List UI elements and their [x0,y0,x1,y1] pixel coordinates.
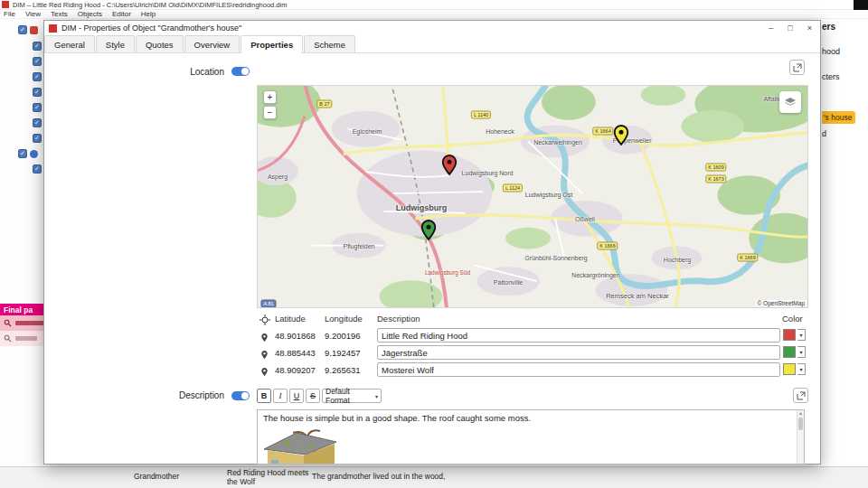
panel-text-fragment: ers [822,22,835,32]
description-input[interactable] [377,345,780,360]
dialog-maximize-button[interactable]: □ [788,23,792,33]
map-marker[interactable] [442,155,458,179]
panel-text-fragment: hood [822,47,840,56]
tree-item[interactable]: ✓ [18,25,38,34]
tab-properties[interactable]: Properties [241,35,303,53]
longitude-value: 9.192457 [325,348,361,358]
color-swatch[interactable] [783,363,796,375]
tree-item[interactable]: ✓ [33,57,42,66]
dialog-minimize-button[interactable]: – [769,23,773,33]
table-cell: The grandmother lived out in the wood, [312,473,445,482]
checkbox[interactable]: ✓ [33,42,42,51]
checkbox[interactable]: ✓ [33,164,42,174]
map-attribution: © OpenStreetMap [756,300,807,306]
tree-item[interactable]: ✓ [33,134,42,143]
checkbox[interactable]: ✓ [18,149,27,158]
dialog-title: DIM - Properties of Object "Grandmother'… [61,23,241,33]
chevron-down-icon: ▾ [375,393,378,399]
table-cell: Red Riding Hood meets the Wolf [227,469,310,486]
map-marker[interactable] [421,220,437,244]
house-illustration [260,426,340,465]
scroll-up-arrow[interactable]: ▲ [797,410,804,416]
latitude-value: 48.909207 [275,365,316,375]
tree-item[interactable]: ✓ [33,103,42,112]
zoom-in-button[interactable]: + [263,90,277,104]
map-zoom-control: + − [263,90,277,119]
table-cell: Grandmother [134,473,179,482]
tree-item[interactable]: ✓ [33,88,42,97]
checkbox[interactable]: ✓ [33,72,42,81]
red-square-icon [30,26,38,34]
selected-item-fragment[interactable]: 's house [822,111,855,124]
format-select-value: Default Format [326,387,373,405]
coordinate-row: 48.885443 9.192457 ▾ [44,344,822,361]
right-side-panel: ershoodcters's housed [821,20,868,466]
latitude-value: 48.885443 [275,348,316,358]
description-toggle[interactable] [231,391,250,400]
tree-item[interactable]: ✓ [18,149,38,158]
color-swatch[interactable] [783,346,796,358]
description-input[interactable] [377,328,780,343]
blue-circle-icon [30,150,38,158]
external-link-icon [797,391,806,400]
checkbox[interactable]: ✓ [33,118,42,127]
dialog-close-button[interactable]: × [807,23,812,33]
description-editor[interactable]: The house is simple but in a good shape.… [257,409,805,465]
map-marker[interactable] [614,125,629,149]
description-input[interactable] [377,362,780,377]
tab-overview[interactable]: Overview [184,35,241,52]
tree-item[interactable]: ✓ [33,118,42,127]
open-map-window-button[interactable] [789,60,805,75]
editor-scrollbar[interactable]: ▲ [797,410,804,464]
search-panel-title: Final pa [4,305,33,314]
bottom-table-row: GrandmotherRed Riding Hood meets the Wol… [0,466,868,488]
dialog-tabs: General Style Quotes Overview Properties… [44,35,820,53]
description-label: Description [152,390,224,400]
magnifier-icon [4,334,12,343]
format-select[interactable]: Default Format ▾ [322,389,382,403]
scrollbar-thumb[interactable] [798,418,803,430]
map-layers-button[interactable] [779,91,801,113]
latitude-value: 48.901868 [275,331,316,341]
chevron-down-icon[interactable]: ▾ [797,329,806,341]
chevron-down-icon[interactable]: ▾ [797,363,806,375]
longitude-value: 9.265631 [325,365,361,375]
description-header: Description [377,314,420,324]
tab-style[interactable]: Style [96,35,135,52]
magnifier-icon [4,319,12,327]
checkbox[interactable]: ✓ [33,57,42,66]
coordinate-row: 48.901868 9.200196 ▾ [44,327,822,344]
checkbox[interactable]: ✓ [18,25,27,34]
panel-text-fragment: cters [822,72,840,81]
tree-item[interactable]: ✓ [33,72,42,81]
bold-button[interactable]: B [257,389,271,403]
coordinate-row: 48.909207 9.265631 ▾ [44,361,822,379]
open-description-window-button[interactable] [793,388,808,403]
map-marker-layer [258,86,807,307]
tab-general[interactable]: General [44,35,95,52]
checkbox[interactable]: ✓ [33,88,42,97]
marker-icon [260,364,269,380]
underline-button[interactable]: U [289,389,304,403]
properties-dialog: DIM - Properties of Object "Grandmother'… [43,20,821,465]
checkbox[interactable]: ✓ [33,103,42,112]
external-link-icon [793,63,802,72]
strikethrough-button[interactable]: S [306,389,320,403]
tab-quotes[interactable]: Quotes [136,35,184,52]
longitude-value: 9.200196 [325,331,361,341]
location-toggle[interactable] [231,67,250,76]
color-swatch[interactable] [783,329,796,341]
tree-item[interactable]: ✓ [33,164,42,174]
map[interactable]: LudwigsburgEglosheimAspergHoheneckNeckar… [257,85,808,308]
location-label: Location [152,67,224,77]
checkbox[interactable]: ✓ [33,134,42,143]
italic-button[interactable]: I [273,389,288,403]
tab-scheme[interactable]: Scheme [304,35,355,52]
tree-item[interactable]: ✓ [33,42,42,51]
dialog-titlebar[interactable]: DIM - Properties of Object "Grandmother'… [44,21,820,35]
dialog-icon [49,24,57,33]
color-header: Color [782,314,803,324]
result-text-placeholder [15,336,37,341]
chevron-down-icon[interactable]: ▾ [797,346,806,358]
zoom-out-button[interactable]: − [263,106,277,119]
